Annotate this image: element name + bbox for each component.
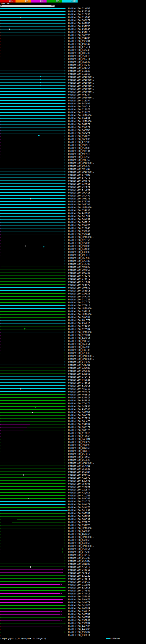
- hit-label[interactable]: UniRef100_Q2F5H4: [67, 328, 90, 331]
- hit-label[interactable]: UniRef100_A7AVL9: [67, 592, 90, 595]
- hit-label[interactable]: UniRef100_A4WL03: [67, 485, 90, 488]
- alignment-bar[interactable]: [0, 216, 65, 216]
- alignment-bar[interactable]: [0, 424, 30, 424]
- hit-label[interactable]: UniRef100_UPI0000...: [67, 313, 96, 316]
- alignment-bar[interactable]: [0, 382, 65, 383]
- alignment-bar[interactable]: [0, 11, 65, 12]
- hit-label[interactable]: UniRef100_B7T1N8: [67, 200, 90, 203]
- alignment-bar[interactable]: [0, 388, 65, 389]
- alignment-bar[interactable]: [0, 582, 65, 582]
- alignment-bar[interactable]: [0, 590, 65, 591]
- alignment-bar[interactable]: [0, 23, 65, 24]
- alignment-bar[interactable]: [0, 38, 65, 38]
- hit-label[interactable]: UniRef100_A4H5K8: [67, 625, 90, 628]
- hit-label[interactable]: UniRef100_Q3Y2I7: [67, 126, 90, 129]
- hit-label[interactable]: UniRef100_B4DVD2: [67, 102, 90, 105]
- hit-label[interactable]: UniRef100_Q4AE03: [67, 248, 90, 250]
- hit-label[interactable]: UniRef100_A9XPB9: [67, 117, 90, 120]
- hit-label[interactable]: UniRef100_Q39336: [67, 348, 90, 352]
- hit-label[interactable]: UniRef100_C4M757: [67, 295, 90, 298]
- alignment-bar[interactable]: [0, 32, 65, 32]
- alignment-bar[interactable]: [30, 424, 65, 424]
- alignment-bar[interactable]: [0, 445, 65, 445]
- hit-label[interactable]: UniRef100_A6SB13: [67, 393, 90, 396]
- hit-label[interactable]: UniRef100_Q7YST8: [67, 577, 90, 580]
- hit-label[interactable]: UniRef100_C1MZG8: [67, 16, 90, 19]
- alignment-bar[interactable]: [0, 492, 65, 493]
- alignment-bar[interactable]: [0, 308, 65, 309]
- hit-label[interactable]: UniRef100_Q00GZ7: [67, 19, 90, 22]
- hit-label[interactable]: UniRef100_A2I3W1: [67, 364, 90, 366]
- hit-label[interactable]: UniRef100_Q2VPB6: [67, 242, 90, 245]
- hit-label[interactable]: UniRef100_Q9AVR6: [67, 37, 90, 40]
- hit-label[interactable]: UniRef100_B8N7U5: [67, 497, 90, 500]
- hit-label[interactable]: UniRef100_C9SG11: [67, 310, 90, 313]
- alignment-bar[interactable]: [0, 62, 65, 62]
- alignment-bar[interactable]: [0, 599, 62, 600]
- hit-label[interactable]: UniRef100_P38011: [67, 634, 90, 637]
- alignment-bar[interactable]: [1, 433, 30, 433]
- alignment-bar[interactable]: [0, 210, 65, 211]
- alignment-bar[interactable]: [0, 430, 23, 430]
- alignment-bar[interactable]: [0, 406, 65, 407]
- hit-label[interactable]: UniRef100_P46800: [67, 530, 90, 533]
- hit-label[interactable]: UniRef100_B9IJG9: [67, 158, 90, 162]
- hit-label[interactable]: UniRef100_C4PQ27: [67, 360, 90, 364]
- hit-label[interactable]: UniRef100_A9TLL0: [67, 31, 90, 34]
- alignment-bar[interactable]: [0, 115, 65, 116]
- hit-label[interactable]: UniRef100_UPI0000...: [67, 544, 96, 548]
- hit-label[interactable]: UniRef100_B4JE16: [67, 221, 90, 224]
- hit-label[interactable]: UniRef100_Q1ULD1: [67, 583, 90, 586]
- alignment-bar[interactable]: [27, 427, 65, 428]
- alignment-bar[interactable]: [0, 400, 65, 401]
- hit-label[interactable]: UniRef100_B2CNV1: [67, 479, 90, 482]
- alignment-bar[interactable]: [0, 118, 65, 118]
- alignment-bar[interactable]: [0, 154, 65, 154]
- alignment-bar[interactable]: [0, 629, 60, 630]
- hit-label[interactable]: UniRef100_C19B19: [67, 432, 90, 435]
- alignment-bar[interactable]: [0, 451, 65, 451]
- alignment-bar[interactable]: [0, 50, 65, 50]
- alignment-bar[interactable]: [0, 53, 65, 53]
- alignment-bar[interactable]: [0, 534, 65, 534]
- alignment-bar[interactable]: [0, 442, 65, 442]
- hit-label[interactable]: UniRef100_B9S188: [67, 272, 90, 274]
- hit-label[interactable]: UniRef100_Q5R680: [67, 147, 90, 150]
- alignment-bar[interactable]: [0, 356, 65, 356]
- hit-label[interactable]: UniRef100_C1YG65: [67, 435, 90, 438]
- hit-label[interactable]: UniRef100_A9YT42: [67, 43, 90, 46]
- hit-label[interactable]: UniRef100_UPI0000...: [67, 120, 96, 123]
- hit-label[interactable]: UniRef100_B4KG59: [67, 218, 90, 221]
- alignment-bar[interactable]: [0, 472, 65, 472]
- alignment-bar[interactable]: [0, 195, 65, 196]
- alignment-bar[interactable]: [0, 231, 65, 232]
- alignment-bar[interactable]: [0, 168, 65, 169]
- hit-label[interactable]: UniRef100_Q4DTN2: [67, 616, 90, 619]
- alignment-bar[interactable]: [0, 166, 65, 166]
- alignment-bar[interactable]: [0, 510, 67, 510]
- hit-label[interactable]: UniRef100_Q7Q4T5: [67, 375, 90, 378]
- alignment-bar[interactable]: [0, 70, 65, 71]
- alignment-bar[interactable]: [19, 552, 63, 552]
- alignment-bar[interactable]: [0, 495, 65, 496]
- hit-label[interactable]: UniRef100_C9DZH7: [67, 631, 90, 634]
- hit-label[interactable]: UniRef100_A8Q112: [67, 387, 90, 390]
- alignment-bar[interactable]: [0, 234, 65, 234]
- alignment-bar[interactable]: [0, 558, 65, 558]
- alignment-bar[interactable]: [0, 68, 65, 68]
- alignment-bar[interactable]: [0, 501, 65, 502]
- alignment-bar[interactable]: [0, 418, 65, 418]
- alignment-bar[interactable]: [0, 570, 62, 570]
- alignment-bar[interactable]: [0, 288, 65, 288]
- alignment-bar[interactable]: [0, 436, 28, 436]
- hit-label[interactable]: UniRef100_C4Y8T9: [67, 601, 90, 604]
- alignment-bar[interactable]: [0, 255, 65, 255]
- hit-label[interactable]: UniRef100_UPI0000...: [67, 354, 96, 358]
- alignment-bar[interactable]: [0, 47, 65, 47]
- hit-label[interactable]: UniRef100_Q9HAY2: [67, 441, 90, 444]
- hit-label[interactable]: UniRef100_Q8X1B4: [67, 316, 90, 319]
- hit-label[interactable]: UniRef100_Q9UP30: [67, 370, 90, 372]
- alignment-bar[interactable]: [0, 133, 65, 134]
- alignment-bar[interactable]: [0, 207, 65, 208]
- hit-label[interactable]: UniRef100_Q9XPD3: [67, 245, 90, 248]
